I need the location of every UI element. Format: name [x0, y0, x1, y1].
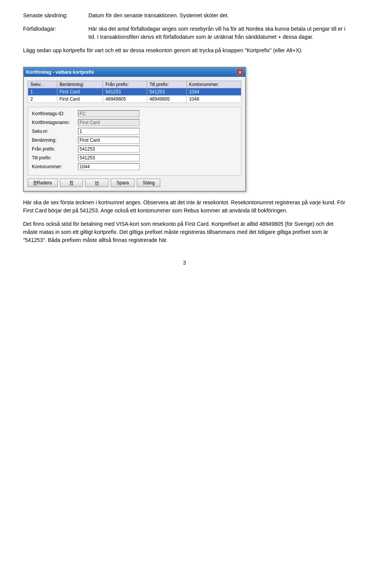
table-row-1[interactable]: 1 First Card 541253 541253 1044 [28, 88, 241, 96]
form-label-from-prefix: Från prefix: [32, 146, 78, 152]
form-label-company-id: Kortföretags-ID: [32, 111, 78, 116]
form-label-company-name: Kortföretagsnamn: [32, 120, 78, 125]
dialog-container: Kortföretag - valbara kortprefix ✕ Sekv.… [23, 67, 246, 192]
form-input-company-id[interactable] [78, 110, 140, 117]
form-row-company-name: Kortföretagsnamn: [32, 119, 237, 126]
form-input-company-name[interactable] [78, 119, 140, 126]
table-row-2[interactable]: 2 First Card 48949805 48949805 1048 [28, 96, 241, 103]
form-row-account: Kontonummer: [32, 163, 237, 170]
label-senaste-sandning: Senaste sändning: [23, 12, 88, 20]
row-forfallodagar: Förfallodagar: Här ska det antal förfall… [23, 25, 346, 41]
page-number: 3 [23, 260, 346, 266]
kortprefix-table: Sekv... Benämning: Från prefix: Till pre… [28, 81, 241, 103]
form-label-account: Kontonummer: [32, 164, 78, 169]
value-forfallodagar: Här ska det antal förfallodagar anges so… [88, 25, 346, 41]
delete-button[interactable]: RRadera [28, 179, 58, 187]
dialog-window: Kortföretag - valbara kortprefix ✕ Sekv.… [23, 67, 246, 192]
label-forfallodagar: Förfallodagar: [23, 25, 88, 41]
form-label-name: Benämning: [32, 137, 78, 143]
form-label-to-prefix: Till prefix: [32, 155, 78, 161]
dialog-close-button[interactable]: ✕ [237, 69, 243, 75]
cell-to-2: 48949805 [147, 96, 186, 103]
dialog-titlebar: Kortföretag - valbara kortprefix ✕ [24, 68, 245, 77]
cell-from-2: 48949805 [103, 96, 147, 103]
col-header-name: Benämning: [57, 81, 103, 88]
clear-label: R [70, 180, 73, 186]
save-button[interactable]: Spara [111, 179, 135, 187]
close-button[interactable]: Stäng [137, 179, 160, 187]
cell-to-1: 541253 [147, 88, 186, 96]
form-row-company-id: Kortföretags-ID: [32, 110, 237, 117]
cell-seq-1: 1 [28, 88, 57, 96]
dialog-buttons: RRadera R H Spara Stäng [28, 179, 241, 187]
form-row-name: Benämning: [32, 137, 237, 144]
form-row-from-prefix: Från prefix: [32, 146, 237, 152]
cell-name-1: First Card [57, 88, 103, 96]
paragraph-visa-info: Det finns också stöd för betalning med V… [23, 220, 346, 244]
cell-from-1: 541253 [103, 88, 147, 96]
fetch-button[interactable]: H [85, 179, 108, 187]
value-senaste-sandning: Datum för den senaste transaktionen. Sys… [88, 12, 346, 20]
form-row-to-prefix: Till prefix: [32, 154, 237, 161]
col-header-to: Till prefix: [147, 81, 186, 88]
col-header-seq: Sekv... [28, 81, 57, 88]
cell-seq-2: 2 [28, 96, 57, 103]
form-input-seq[interactable] [78, 128, 140, 135]
form-row-seq: Sekv.nr: [32, 128, 237, 135]
cell-account-2: 1048 [186, 96, 241, 103]
cell-name-2: First Card [57, 96, 103, 103]
table-header-row: Sekv... Benämning: Från prefix: Till pre… [28, 81, 241, 88]
col-header-account: Kontonummer: [186, 81, 241, 88]
paragraph-kortprefix-intro: Lägg sedan upp kortprefix för vart och e… [23, 46, 346, 55]
dialog-body: Sekv... Benämning: Från prefix: Till pre… [24, 77, 245, 191]
cell-account-1: 1044 [186, 88, 241, 96]
form-section: Kortföretags-ID: Kortföretagsnamn: Sekv.… [28, 107, 241, 176]
page-content: Senaste sändning: Datum för den senaste … [23, 12, 346, 244]
form-label-seq: Sekv.nr: [32, 129, 78, 134]
form-input-name[interactable] [78, 137, 140, 144]
fetch-label: H [95, 180, 99, 186]
dialog-title: Kortföretag - valbara kortprefix [26, 70, 94, 75]
form-input-account[interactable] [78, 163, 140, 170]
clear-button[interactable]: R [60, 179, 83, 187]
delete-label: RRadera [33, 180, 52, 186]
row-senaste-sandning: Senaste sändning: Datum för den senaste … [23, 12, 346, 20]
form-input-to-prefix[interactable] [78, 154, 140, 161]
paragraph-kortprefix-instructions: Här ska de sex första tecknen i kortnumr… [23, 199, 346, 215]
form-input-from-prefix[interactable] [78, 146, 140, 152]
col-header-from: Från prefix: [103, 81, 147, 88]
